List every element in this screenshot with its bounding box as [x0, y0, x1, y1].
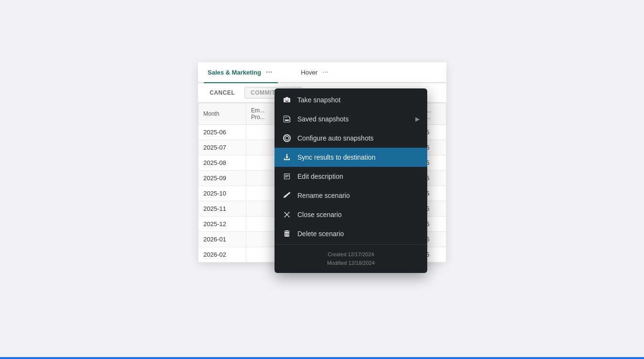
menu-item-edit-description[interactable]: Edit description [274, 167, 427, 186]
menu-item-take-snapshot[interactable]: Take snapshot [274, 90, 427, 109]
sync-results-label: Sync results to destination [297, 153, 420, 161]
rename-scenario-icon [282, 191, 292, 200]
menu-footer: Created 12/17/2024 Modified 12/18/2024 [274, 246, 427, 271]
menu-item-close-scenario[interactable]: Close scenario [274, 205, 427, 224]
saved-snapshots-label: Saved snapshots [297, 115, 410, 123]
rename-scenario-label: Rename scenario [297, 192, 420, 199]
tab-sales-marketing-menu[interactable]: ··· [264, 67, 274, 77]
configure-auto-label: Configure auto snapshots [297, 134, 420, 142]
tab-bar: Sales & Marketing ··· Hover ··· [198, 62, 446, 83]
tab-hover-label: Hover [301, 69, 317, 76]
cell-month: 2025-09 [199, 171, 246, 186]
cell-month: 2025-12 [199, 217, 246, 232]
close-scenario-label: Close scenario [297, 211, 420, 218]
menu-item-sync-results[interactable]: Sync results to destination [274, 148, 427, 167]
tab-sales-marketing[interactable]: Sales & Marketing ··· [204, 62, 278, 82]
edit-description-icon [282, 172, 292, 181]
menu-divider [274, 244, 427, 245]
cell-month: 2025-10 [199, 186, 246, 201]
cell-month: 2025-06 [199, 125, 246, 140]
menu-created-text: Created 12/17/2024 [282, 250, 420, 259]
sync-results-icon [282, 152, 292, 162]
bottom-bar [0, 357, 644, 359]
menu-item-delete-scenario[interactable]: Delete scenario [274, 224, 427, 243]
context-menu: Take snapshot Saved snapshots ▶ Configur… [274, 88, 427, 273]
menu-item-configure-auto[interactable]: Configure auto snapshots [274, 129, 427, 148]
saved-snapshots-icon [282, 114, 292, 124]
tab-hover[interactable]: Hover ··· [297, 62, 334, 82]
cancel-button[interactable]: CANCEL [204, 87, 241, 98]
cell-month: 2025-07 [199, 140, 246, 155]
close-scenario-icon [282, 210, 292, 219]
submenu-arrow: ▶ [415, 116, 420, 122]
configure-auto-icon [282, 133, 292, 143]
menu-item-rename-scenario[interactable]: Rename scenario [274, 186, 427, 205]
tab-sales-marketing-label: Sales & Marketing [208, 69, 261, 76]
take-snapshot-icon [282, 95, 292, 105]
menu-item-saved-snapshots[interactable]: Saved snapshots ▶ [274, 109, 427, 129]
cell-month: 2026-02 [199, 247, 246, 262]
cell-month: 2025-11 [199, 201, 246, 217]
tab-hover-menu[interactable]: ··· [320, 67, 330, 77]
delete-scenario-label: Delete scenario [297, 230, 420, 238]
cell-month: 2026-01 [199, 232, 246, 247]
cell-month: 2025-08 [199, 155, 246, 171]
edit-description-label: Edit description [297, 173, 420, 180]
delete-scenario-icon [282, 229, 292, 239]
take-snapshot-label: Take snapshot [297, 96, 420, 104]
col-header-month: Month [199, 103, 246, 125]
menu-modified-text: Modified 12/18/2024 [282, 259, 420, 268]
